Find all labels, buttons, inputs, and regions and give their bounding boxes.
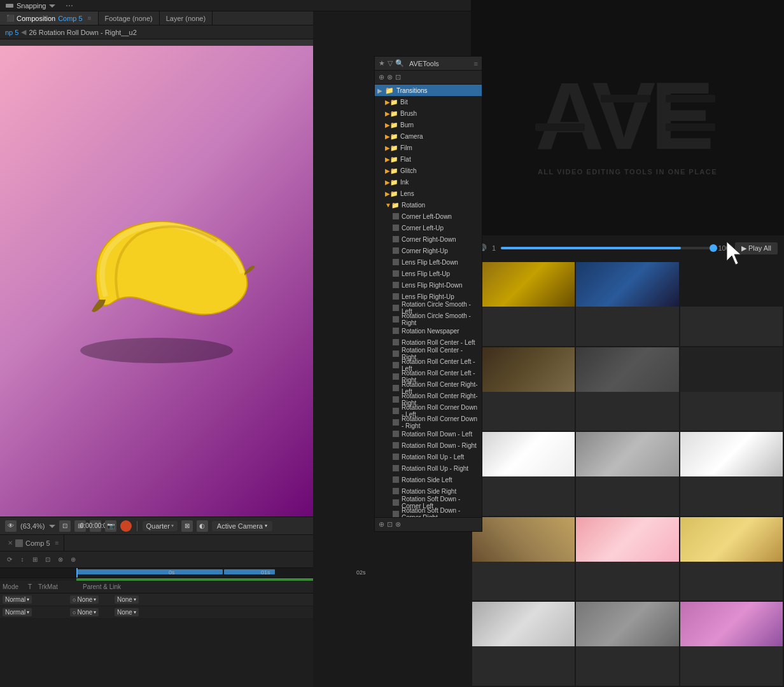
composition-tab[interactable]: ⬛ Composition Comp 5 ≡ [0,11,99,25]
thumbnail-12[interactable] [680,517,783,601]
tree-item-brush[interactable]: ▶📁 Brush [375,108,482,119]
timeline-tool-3[interactable]: ⊞ [31,555,39,564]
ave-footer-icon-3[interactable]: ⊗ [395,520,401,529]
tree-item-flat[interactable]: ▶📁 Flat [375,153,482,165]
timeline-tool-5[interactable]: ⊗ [56,555,65,564]
tree-item-film[interactable]: ▶📁 Film [375,142,482,153]
footage-tab[interactable]: Footage (none) [99,11,160,25]
thumbnail-7[interactable] [472,432,575,516]
camera-btn[interactable]: 📷 [105,520,116,532]
ave-toolbar-icon-3[interactable]: ⊡ [395,73,401,81]
tree-item-bit[interactable]: ▶📁 Bit [375,96,482,108]
timeline-tool-2[interactable]: ↕ [18,555,27,564]
layer1-trkmat-dropdown[interactable]: ○ None ▾ [70,595,99,604]
rot-roll-cl-right-icon [393,373,399,380]
timeline-tab-comp5[interactable]: ✕ Comp 5 ≡ [3,535,64,551]
color-icon[interactable] [120,520,132,532]
tree-item-rot-roll-up-right[interactable]: Rotation Roll Up - Right [375,462,482,474]
tree-item-corner-left-up[interactable]: Corner Left-Up [375,222,482,233]
thumbnail-10[interactable] [472,517,575,601]
tree-item-lens-flip-left-down[interactable]: Lens Flip Left-Down [375,256,482,268]
tree-item-rotation[interactable]: ▼📁 Rotation [375,199,482,211]
layer2-parent-label: None [117,609,132,616]
snapping-button[interactable]: Snapping [5,1,55,10]
tree-item-lens-flip-left-up[interactable]: Lens Flip Left-Up [375,268,482,279]
tree-item-ink[interactable]: ▶📁 Ink [375,176,482,188]
tree-item-burn[interactable]: ▶📁 Burn [375,119,482,130]
tree-item-lens-flip-right-down[interactable]: Lens Flip Right-Down [375,279,482,291]
film-folder-icon: ▶📁 [385,144,398,151]
timeline-menu-icon[interactable]: ≡ [55,539,59,546]
ave-footer-icon-1[interactable]: ⊕ [379,520,384,529]
thumbnail-9[interactable] [680,432,783,516]
glitch-folder-icon: ▶📁 [385,167,398,174]
active-camera-button[interactable]: Active Camera ▾ [212,521,272,531]
alpha-icon[interactable]: ◐ [197,520,208,532]
layer1-mode-dropdown[interactable]: Normal ▾ [3,595,32,604]
thumbnail-13[interactable] [472,602,575,686]
tree-item-corner-right-up[interactable]: Corner Right-Up [375,245,482,256]
thumbnail-1[interactable] [472,262,575,346]
tree-item-rot-circle-right[interactable]: Rotation Circle Smooth - Right [375,314,482,325]
thumbnail-2[interactable] [576,262,678,346]
tree-item-lens[interactable]: ▶📁 Lens [375,188,482,199]
rot-roll-cl-left-icon [393,362,399,368]
ave-panel-search-icon[interactable]: 🔍 [395,59,404,67]
playhead[interactable] [76,568,78,578]
close-tab-icon[interactable]: ✕ [8,539,13,546]
thumbnail-15[interactable] [680,602,783,686]
burn-label: Burn [400,121,414,128]
lens-flip-left-down-label: Lens Flip Left-Down [402,259,458,266]
ave-toolbar-icon-1[interactable]: ⊕ [379,73,384,81]
fit-icon[interactable]: ⊡ [59,520,71,532]
layer2-parent-dropdown[interactable]: None ▾ [115,608,139,616]
tree-item-rot-roll-down-left[interactable]: Rotation Roll Down - Left [375,428,482,440]
ave-toolbar-icon-2[interactable]: ⊗ [387,73,393,81]
corner-right-down-icon [393,236,399,242]
ink-label: Ink [400,179,409,186]
thumbnail-14[interactable] [576,602,678,686]
quality-dropdown[interactable]: Quarter ▾ [143,521,178,531]
thumbnail-11[interactable] [576,517,678,601]
layer1-parent-dropdown[interactable]: None ▾ [115,595,139,604]
tree-item-rot-newspaper[interactable]: Rotation Newspaper [375,325,482,337]
zoom-dropdown-arrow[interactable] [49,523,55,529]
region-icon[interactable]: ⊠ [181,520,193,532]
layer2-trkmat-dropdown[interactable]: ○ None ▾ [70,608,99,616]
layer2-mode-dropdown[interactable]: Normal ▾ [3,608,32,616]
thumbnail-3[interactable] [680,262,783,346]
thumbnail-5[interactable] [576,347,678,431]
thumbnail-8[interactable] [576,432,678,516]
ave-panel-star-icon[interactable]: ★ [379,59,385,67]
layer-tab-label: Layer (none) [166,15,206,22]
tree-item-camera[interactable]: ▶📁 Camera [375,130,482,142]
ave-panel-menu-icon[interactable]: ≡ [474,60,478,67]
play-all-button[interactable]: ▶ Play All [735,242,778,254]
tree-item-corner-left-down[interactable]: Corner Left-Down [375,211,482,222]
ave-panel-title: AVETools [409,60,439,67]
tree-item-glitch[interactable]: ▶📁 Glitch [375,165,482,176]
tree-item-rot-soft-down-corner-right[interactable]: Rotation Soft Down - Corner Right [375,508,482,517]
ave-footer-icon-2[interactable]: ⊡ [387,520,393,529]
thumbnail-6[interactable] [680,347,783,431]
tree-transitions-folder[interactable]: ▶ 📁 Transitions [375,85,482,96]
layer-tab[interactable]: Layer (none) [160,11,213,25]
volume-knob[interactable] [710,244,717,252]
timeline-tool-4[interactable]: ⊡ [43,555,52,564]
timeline-tool-6[interactable]: ⊕ [69,555,78,564]
thumbnails-grid [471,261,784,687]
tree-item-rot-roll-corner-down-right[interactable]: Rotation Roll Corner Down - Right [375,417,482,428]
breadcrumb-comp[interactable]: np 5 [5,29,18,36]
tree-item-rot-roll-up-left[interactable]: Rotation Roll Up - Left [375,451,482,462]
ave-panel-settings-icon[interactable]: ▽ [388,59,393,67]
corner-right-down-label: Corner Right-Down [402,236,456,243]
tree-item-rot-roll-down-right[interactable]: Rotation Roll Down - Right [375,440,482,451]
volume-number-left: 1 [492,244,496,252]
tree-item-corner-right-down[interactable]: Corner Right-Down [375,233,482,245]
timeline-tool-1[interactable]: ⟳ [5,555,14,564]
tree-item-rot-side-left[interactable]: Rotation Side Left [375,474,482,485]
volume-slider[interactable] [501,247,713,249]
thumbnail-4[interactable] [472,347,575,431]
rot-roll-down-left-icon [393,431,399,437]
preview-icon[interactable]: 👁 [5,520,17,532]
